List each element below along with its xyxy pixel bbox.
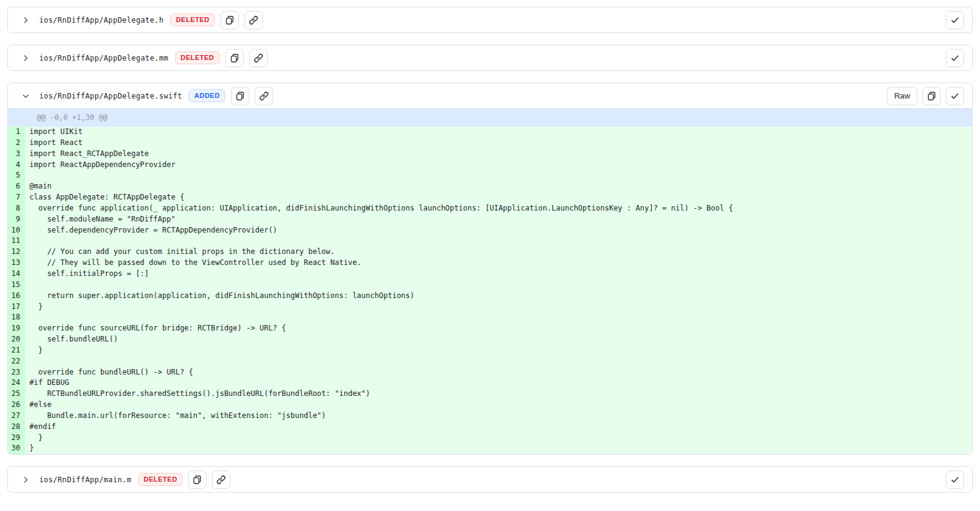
diff-body: @@ -0,0 +1,30 @@ 1 import UIKit 2 import… — [8, 108, 972, 454]
line-number: 8 — [8, 203, 25, 214]
file-header: ios/RnDiffApp/AppDelegate.h DELETED — [8, 7, 972, 32]
diff-line: 23 override func bundleURL() -> URL? { — [8, 367, 972, 378]
line-code — [25, 356, 972, 367]
line-code: RCTBundleURLProvider.sharedSettings().js… — [25, 389, 972, 400]
expand-chevron-right-icon[interactable] — [20, 53, 31, 64]
copy-icon — [235, 91, 245, 101]
file-panel-appdelegate-h: ios/RnDiffApp/AppDelegate.h DELETED — [7, 7, 973, 33]
line-number: 9 — [8, 214, 25, 225]
line-code: import UIKit — [25, 127, 972, 138]
diff-line: 8 override func application(_ applicatio… — [8, 203, 972, 214]
line-number: 25 — [8, 389, 25, 400]
line-number: 18 — [8, 312, 25, 323]
file-path: ios/RnDiffApp/AppDelegate.swift — [39, 92, 182, 100]
copy-icon — [192, 475, 202, 485]
line-code: import ReactAppDependencyProvider — [25, 160, 972, 171]
link-button[interactable] — [255, 87, 273, 105]
link-button[interactable] — [244, 11, 263, 29]
line-code: import React_RCTAppDelegate — [25, 149, 972, 160]
line-code: #else — [25, 400, 972, 411]
line-number: 13 — [8, 258, 25, 269]
diff-line: 27 Bundle.main.url(forResource: "main", … — [8, 411, 972, 422]
line-number: 15 — [8, 280, 25, 291]
status-badge-deleted: DELETED — [175, 51, 220, 64]
link-icon — [259, 91, 269, 101]
line-code: } — [25, 443, 972, 454]
line-number: 11 — [8, 236, 25, 247]
copy-icon — [225, 15, 235, 25]
line-number: 3 — [8, 149, 25, 160]
mark-complete-button[interactable] — [946, 471, 964, 489]
line-code: return super.application(application, di… — [25, 291, 972, 302]
line-code: import React — [25, 138, 972, 149]
raw-button[interactable]: Raw — [887, 87, 918, 105]
expand-chevron-right-icon[interactable] — [20, 474, 31, 485]
line-number: 17 — [8, 302, 25, 313]
hunk-header: @@ -0,0 +1,30 @@ — [8, 109, 972, 127]
copy-path-button[interactable] — [221, 11, 239, 29]
diff-line: 14 self.initialProps = [:] — [8, 269, 972, 280]
file-path: ios/RnDiffApp/AppDelegate.mm — [39, 54, 168, 62]
line-number: 22 — [8, 356, 25, 367]
copy-icon — [927, 91, 937, 101]
line-number: 28 — [8, 422, 25, 433]
line-code: override func sourceURL(for bridge: RCTB… — [25, 323, 972, 334]
diff-line: 20 self.bundleURL() — [8, 334, 972, 345]
file-header: ios/RnDiffApp/main.m DELETED — [8, 467, 972, 492]
line-code: #if DEBUG — [25, 378, 972, 389]
diff-line: 1 import UIKit — [8, 127, 972, 138]
collapse-chevron-down-icon[interactable] — [20, 91, 31, 102]
diff-line: 16 return super.application(application,… — [8, 291, 972, 302]
line-number: 10 — [8, 225, 25, 236]
diff-line: 22 — [8, 356, 972, 367]
link-button[interactable] — [212, 471, 230, 489]
diff-line: 5 — [8, 170, 972, 181]
line-number: 5 — [8, 170, 25, 181]
line-code: } — [25, 433, 972, 444]
line-number: 16 — [8, 291, 25, 302]
copy-icon — [230, 53, 239, 63]
file-path: ios/RnDiffApp/main.m — [39, 476, 132, 484]
link-icon — [249, 15, 258, 25]
line-number: 27 — [8, 411, 25, 422]
diff-line: 25 RCTBundleURLProvider.sharedSettings()… — [8, 389, 972, 400]
line-code: // They will be passed down to the ViewC… — [25, 258, 972, 269]
line-code — [25, 280, 972, 291]
diff-line: 15 — [8, 280, 972, 291]
mark-complete-button[interactable] — [946, 11, 964, 29]
diff-line: 9 self.moduleName = "RnDiffApp" — [8, 214, 972, 225]
diff-line: 18 — [8, 312, 972, 323]
link-icon — [216, 475, 226, 485]
diff-line: 29 } — [8, 433, 972, 444]
file-header: ios/RnDiffApp/AppDelegate.mm DELETED — [8, 45, 972, 70]
link-button[interactable] — [249, 49, 268, 67]
line-number: 4 — [8, 160, 25, 171]
status-badge-added: ADDED — [189, 89, 225, 102]
line-number: 1 — [8, 127, 25, 138]
line-number: 20 — [8, 334, 25, 345]
line-number: 14 — [8, 269, 25, 280]
line-code: } — [25, 345, 972, 356]
diff-line: 10 self.dependencyProvider = RCTAppDepen… — [8, 225, 972, 236]
mark-complete-button[interactable] — [946, 49, 964, 67]
expand-chevron-right-icon[interactable] — [20, 15, 31, 26]
line-code — [25, 236, 972, 247]
check-icon — [950, 53, 960, 63]
status-badge-deleted: DELETED — [170, 13, 215, 26]
line-number: 2 — [8, 138, 25, 149]
diff-line: 3 import React_RCTAppDelegate — [8, 149, 972, 160]
copy-path-button[interactable] — [188, 471, 206, 489]
file-panel-appdelegate-swift: ios/RnDiffApp/AppDelegate.swift ADDED Ra… — [7, 83, 973, 455]
line-code — [25, 170, 972, 181]
diff-line: 2 import React — [8, 138, 972, 149]
line-number: 7 — [8, 192, 25, 203]
copy-content-button[interactable] — [922, 87, 941, 105]
mark-complete-button[interactable] — [946, 87, 964, 105]
link-icon — [254, 53, 263, 63]
diff-line: 24 #if DEBUG — [8, 378, 972, 389]
copy-path-button[interactable] — [225, 49, 244, 67]
file-panel-appdelegate-mm: ios/RnDiffApp/AppDelegate.mm DELETED — [7, 45, 973, 71]
diff-line: 17 } — [8, 302, 972, 313]
copy-path-button[interactable] — [231, 87, 249, 105]
diff-line: 30 } — [8, 443, 972, 454]
